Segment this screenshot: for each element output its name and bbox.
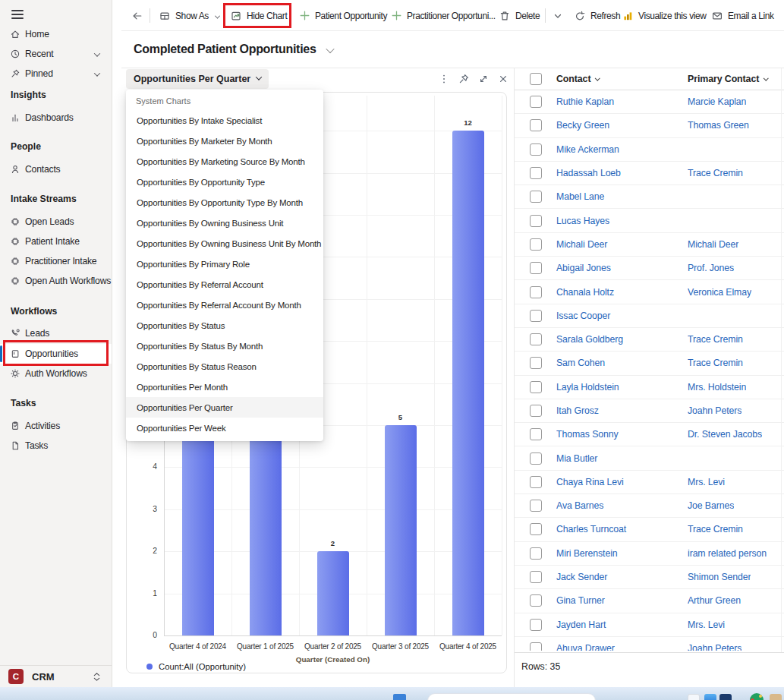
row-checkbox[interactable]: [530, 523, 542, 535]
sidebar-item-tasks[interactable]: Tasks: [0, 436, 112, 456]
taskbar-app-icon[interactable]: [688, 694, 700, 700]
sidebar-item-dashboards[interactable]: Dashboards: [0, 108, 112, 128]
menu-item-opportunities-by-owning-business-unit[interactable]: Opportunities By Owning Business Unit: [126, 213, 323, 233]
show-as-button[interactable]: Show As: [156, 4, 222, 27]
primary-contact-link[interactable]: Shimon Sender: [688, 572, 751, 582]
table-row[interactable]: Mabel Lane: [515, 185, 784, 209]
primary-contact-link[interactable]: Joahn Peters: [688, 405, 741, 416]
primary-contact-link[interactable]: Veronica Elmay: [688, 287, 751, 298]
column-header-contact[interactable]: Contact: [556, 74, 688, 84]
delete-button[interactable]: Delete: [496, 4, 542, 27]
row-checkbox[interactable]: [530, 547, 542, 560]
back-button[interactable]: [129, 4, 146, 27]
row-checkbox[interactable]: [530, 405, 542, 417]
row-checkbox[interactable]: [530, 428, 542, 440]
new-practitioner-opportunity-button[interactable]: Practitioner Opportuni...: [389, 4, 498, 27]
table-row[interactable]: Mike Ackerman: [515, 138, 784, 162]
menu-item-opportunities-by-opportunity-type-by-month[interactable]: Opportunities By Opportunity Type By Mon…: [126, 192, 323, 213]
menu-item-opportunities-by-status[interactable]: Opportunities By Status: [126, 315, 323, 336]
row-checkbox[interactable]: [530, 476, 542, 488]
contact-link[interactable]: Hadassah Loeb: [556, 168, 688, 178]
taskbar-app-icon[interactable]: [719, 694, 732, 700]
sidebar-item-open-auth-workflows[interactable]: Open Auth Workflows: [0, 271, 112, 291]
more-delete-button[interactable]: [549, 4, 566, 27]
table-row[interactable]: Thomas SonnyDr. Steven Jacobs: [515, 423, 784, 446]
bar-quarter-2-of-2025[interactable]: [317, 551, 349, 635]
contact-link[interactable]: Ahuva Drawer: [556, 643, 688, 651]
sidebar-item-recent[interactable]: Recent: [0, 44, 112, 64]
row-checkbox[interactable]: [530, 381, 542, 393]
email-a-link-button[interactable]: Email a Link: [709, 4, 776, 27]
primary-contact-link[interactable]: Marcie Kaplan: [688, 96, 746, 107]
menu-item-opportunities-by-primary-role[interactable]: Opportunities By Primary Role: [126, 254, 323, 274]
contact-link[interactable]: Miri Berenstein: [556, 548, 688, 559]
contact-link[interactable]: Mike Ackerman: [556, 144, 688, 155]
row-checkbox[interactable]: [530, 191, 542, 203]
row-checkbox[interactable]: [530, 642, 542, 651]
table-row[interactable]: Itah GroszJoahn Peters: [515, 399, 784, 423]
contact-link[interactable]: Layla Holdstein: [556, 382, 688, 393]
row-checkbox[interactable]: [530, 310, 542, 322]
taskbar-app-icon[interactable]: [770, 694, 782, 700]
table-row[interactable]: Layla HoldsteinMrs. Holdstein: [515, 376, 784, 399]
windows-logo-icon[interactable]: [393, 694, 406, 700]
row-checkbox[interactable]: [530, 119, 542, 131]
primary-contact-link[interactable]: Mrs. Holdstein: [688, 382, 746, 393]
table-row[interactable]: Hadassah LoebTrace Cremin: [515, 162, 784, 185]
menu-item-opportunities-by-referral-account[interactable]: Opportunities By Referral Account: [126, 274, 323, 295]
contact-link[interactable]: Jack Sender: [556, 572, 688, 582]
row-checkbox[interactable]: [530, 333, 542, 345]
contact-link[interactable]: Mia Butler: [556, 453, 688, 464]
contact-link[interactable]: Chanala Holtz: [556, 287, 688, 298]
primary-contact-link[interactable]: Mrs. Levi: [688, 477, 725, 487]
row-checkbox[interactable]: [530, 500, 542, 512]
row-checkbox[interactable]: [530, 167, 542, 179]
refresh-button[interactable]: Refresh: [571, 4, 622, 27]
bar-quarter-3-of-2025[interactable]: [385, 425, 417, 635]
menu-item-opportunities-by-opportunity-type[interactable]: Opportunities By Opportunity Type: [126, 172, 323, 192]
row-checkbox[interactable]: [530, 452, 542, 465]
primary-contact-link[interactable]: Joahn Peters: [688, 643, 741, 651]
table-row[interactable]: Mia Butler: [515, 446, 784, 470]
environment-switcher-icon[interactable]: [93, 672, 101, 682]
menu-item-opportunities-by-status-reason[interactable]: Opportunities By Status Reason: [126, 356, 323, 377]
chart-more-options-icon[interactable]: [437, 72, 450, 85]
menu-item-opportunities-per-month[interactable]: Opportunities Per Month: [126, 377, 323, 397]
table-row[interactable]: Ahuva DrawerJoahn Peters: [515, 637, 784, 651]
close-chart-icon[interactable]: [496, 72, 509, 85]
contact-link[interactable]: Ava Barnes: [556, 500, 688, 511]
primary-contact-link[interactable]: Mrs. Levi: [688, 620, 725, 630]
row-checkbox[interactable]: [530, 619, 542, 631]
table-row[interactable]: Chaya Rina LeviMrs. Levi: [515, 471, 784, 494]
row-checkbox[interactable]: [530, 262, 542, 274]
sidebar-item-activities[interactable]: Activities: [0, 416, 112, 436]
chevron-down-icon[interactable]: [95, 68, 99, 79]
sidebar-item-patient-intake[interactable]: Patient Intake: [0, 232, 112, 251]
row-checkbox[interactable]: [530, 571, 542, 583]
primary-contact-link[interactable]: Thomas Green: [688, 120, 749, 131]
sidebar-item-practitioner-intake[interactable]: Practitioner Intake: [0, 251, 112, 271]
row-checkbox[interactable]: [530, 286, 542, 298]
primary-contact-link[interactable]: Arthur Green: [688, 595, 741, 606]
primary-contact-link[interactable]: iram related person: [688, 548, 767, 559]
chevron-down-icon[interactable]: [95, 49, 99, 59]
taskbar-app-icon[interactable]: [704, 694, 716, 700]
table-row[interactable]: Jack SenderShimon Sender: [515, 566, 784, 589]
primary-contact-link[interactable]: Michali Deer: [688, 239, 738, 250]
contact-link[interactable]: Thomas Sonny: [556, 429, 688, 440]
row-checkbox[interactable]: [530, 96, 542, 108]
hamburger-menu-icon[interactable]: [11, 10, 24, 19]
primary-contact-link[interactable]: Trace Cremin: [688, 358, 743, 368]
select-all-checkbox[interactable]: [530, 73, 542, 85]
sidebar-item-contacts[interactable]: Contacts: [0, 159, 112, 179]
view-title-chevron-icon[interactable]: [327, 44, 333, 55]
primary-contact-link[interactable]: Joe Barnes: [688, 500, 734, 511]
contact-link[interactable]: Itah Grosz: [556, 405, 688, 416]
expand-chart-icon[interactable]: [477, 72, 490, 85]
table-row[interactable]: Jayden HartMrs. Levi: [515, 613, 784, 637]
menu-item-opportunities-per-quarter[interactable]: Opportunities Per Quarter: [126, 397, 323, 418]
primary-contact-link[interactable]: Trace Cremin: [688, 334, 743, 345]
hide-chart-button[interactable]: Hide Chart: [228, 4, 289, 27]
visualize-this-view-button[interactable]: Visualize this view: [619, 4, 709, 27]
menu-item-opportunities-by-intake-specialist[interactable]: Opportunities By Intake Specialist: [126, 110, 323, 131]
